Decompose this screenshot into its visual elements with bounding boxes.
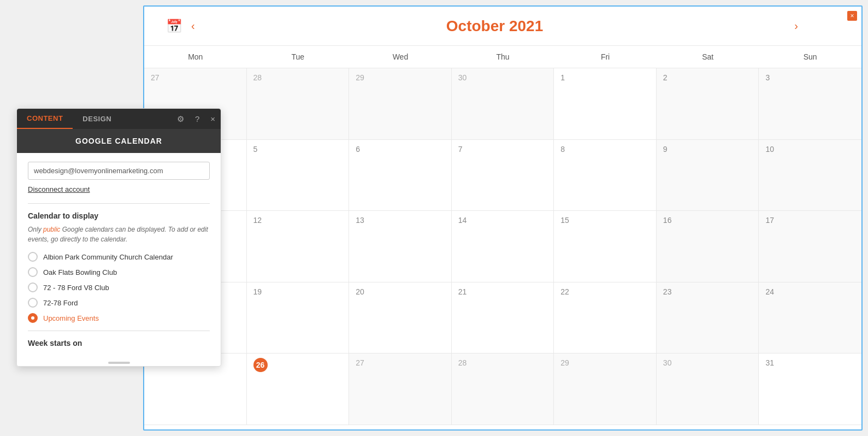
- panel-title: GOOGLE CALENDAR: [17, 129, 221, 153]
- day-fri: Fri: [554, 46, 657, 68]
- panel-body: Disconnect account Calendar to display O…: [17, 153, 221, 360]
- week-starts-label: Week starts on: [28, 339, 210, 347]
- day-sat: Sat: [657, 46, 759, 68]
- calendar-cell[interactable]: 28: [247, 68, 350, 139]
- day-mon: Mon: [144, 46, 247, 68]
- calendar-cell[interactable]: 17: [759, 211, 861, 282]
- radio-circle-72-78-ford: [28, 298, 38, 308]
- calendar-cell[interactable]: 16: [657, 211, 759, 282]
- calendar-cell[interactable]: 8: [554, 140, 657, 211]
- calendar-cell[interactable]: 15: [554, 211, 657, 282]
- calendar-section-label: Calendar to display: [28, 211, 210, 220]
- calendar-title: October 2021: [204, 17, 786, 35]
- radio-label-72-78-v8: 72 - 78 Ford V8 Club: [43, 284, 109, 292]
- calendar-week: 4 5 6 7 8 9 10: [144, 140, 861, 211]
- calendar-cell[interactable]: 19: [247, 282, 350, 353]
- radio-upcoming-events[interactable]: Upcoming Events: [28, 313, 210, 323]
- day-thu: Thu: [452, 46, 554, 68]
- calendar-cell[interactable]: 9: [657, 140, 759, 211]
- calendar-cell[interactable]: 27: [349, 353, 452, 425]
- radio-circle-albion: [28, 252, 38, 262]
- radio-72-78-ford[interactable]: 72-78 Ford: [28, 298, 210, 308]
- calendar-cell[interactable]: 30: [657, 353, 759, 425]
- divider-2: [28, 331, 210, 331]
- calendar-week: 27 28 29 30 1 2 3: [144, 68, 861, 140]
- calendar-cell[interactable]: 13: [349, 211, 452, 282]
- day-sun: Sun: [759, 46, 861, 68]
- calendar-header: 📅 ‹ October 2021 ›: [144, 7, 861, 46]
- calendar-cell[interactable]: 26: [247, 353, 350, 425]
- scrollbar-bar: [108, 362, 130, 364]
- calendar-body: 27 28 29 30 1 2 3 4 5 6 7 8 9 10 11 12: [144, 68, 861, 425]
- calendar-week: 25 26 27 28 29 30 31: [144, 353, 861, 425]
- calendar-cell[interactable]: 31: [759, 353, 861, 425]
- calendar-cell[interactable]: 14: [452, 211, 554, 282]
- calendar-cell[interactable]: 5: [247, 140, 350, 211]
- divider-1: [28, 203, 210, 204]
- calendar-cell[interactable]: 20: [349, 282, 452, 353]
- disconnect-account-link[interactable]: Disconnect account: [28, 185, 90, 193]
- calendar-container: 📅 ‹ October 2021 › × Mon Tue Wed Thu Fri…: [143, 5, 863, 431]
- radio-albion[interactable]: Albion Park Community Church Calendar: [28, 252, 210, 262]
- calendar-cell[interactable]: 30: [452, 68, 554, 139]
- radio-label-upcoming-events: Upcoming Events: [43, 314, 99, 322]
- panel-tabs: CONTENT DESIGN ⚙ ? ×: [17, 109, 221, 129]
- calendar-cell[interactable]: 22: [554, 282, 657, 353]
- calendar-cell[interactable]: 21: [452, 282, 554, 353]
- day-tue: Tue: [247, 46, 350, 68]
- help-button[interactable]: ?: [190, 110, 205, 128]
- tab-design[interactable]: DESIGN: [73, 109, 121, 128]
- calendar-cell[interactable]: 2: [657, 68, 759, 139]
- sidebar-panel: CONTENT DESIGN ⚙ ? × GOOGLE CALENDAR Dis…: [16, 108, 221, 367]
- calendar-cell[interactable]: 24: [759, 282, 861, 353]
- radio-label-albion: Albion Park Community Church Calendar: [43, 253, 173, 261]
- day-wed: Wed: [349, 46, 452, 68]
- calendar-cell[interactable]: 3: [759, 68, 861, 139]
- calendar-section-note: Only public Google calendars can be disp…: [28, 225, 210, 244]
- email-field[interactable]: [28, 162, 210, 180]
- calendar-week: 11 12 13 14 15 16 17: [144, 211, 861, 282]
- calendar-close-button[interactable]: ×: [847, 11, 857, 21]
- radio-label-72-78-ford: 72-78 Ford: [43, 299, 78, 307]
- note-italic: public: [43, 226, 60, 233]
- calendar-cell[interactable]: 6: [349, 140, 452, 211]
- radio-72-78-v8[interactable]: 72 - 78 Ford V8 Club: [28, 282, 210, 292]
- calendar-cell[interactable]: 29: [349, 68, 452, 139]
- radio-oak-flats[interactable]: Oak Flats Bowling Club: [28, 267, 210, 277]
- prev-month-button[interactable]: ‹: [182, 15, 204, 37]
- radio-label-oak-flats: Oak Flats Bowling Club: [43, 268, 117, 276]
- radio-circle-upcoming-events: [28, 313, 38, 323]
- calendar-week: 18 19 20 21 22 23 24: [144, 282, 861, 354]
- calendar-cell[interactable]: 29: [554, 353, 657, 425]
- settings-button[interactable]: ⚙: [172, 110, 190, 128]
- calendar-icon: 📅: [166, 19, 182, 34]
- panel-close-button[interactable]: ×: [205, 110, 221, 128]
- radio-circle-72-78-v8: [28, 282, 38, 292]
- note-plain1: Only: [28, 226, 43, 233]
- calendar-cell[interactable]: 1: [554, 68, 657, 139]
- tab-content[interactable]: CONTENT: [17, 109, 73, 129]
- calendar-grid: Mon Tue Wed Thu Fri Sat Sun 27 28 29 30 …: [144, 46, 861, 425]
- radio-circle-oak-flats: [28, 267, 38, 277]
- calendar-cell[interactable]: 7: [452, 140, 554, 211]
- calendar-days-header: Mon Tue Wed Thu Fri Sat Sun: [144, 46, 861, 68]
- scrollbar-hint: [17, 360, 221, 366]
- calendar-cell[interactable]: 12: [247, 211, 350, 282]
- calendar-cell[interactable]: 28: [452, 353, 554, 425]
- calendar-cell[interactable]: 23: [657, 282, 759, 353]
- next-month-button[interactable]: ›: [786, 15, 807, 37]
- calendar-cell[interactable]: 10: [759, 140, 861, 211]
